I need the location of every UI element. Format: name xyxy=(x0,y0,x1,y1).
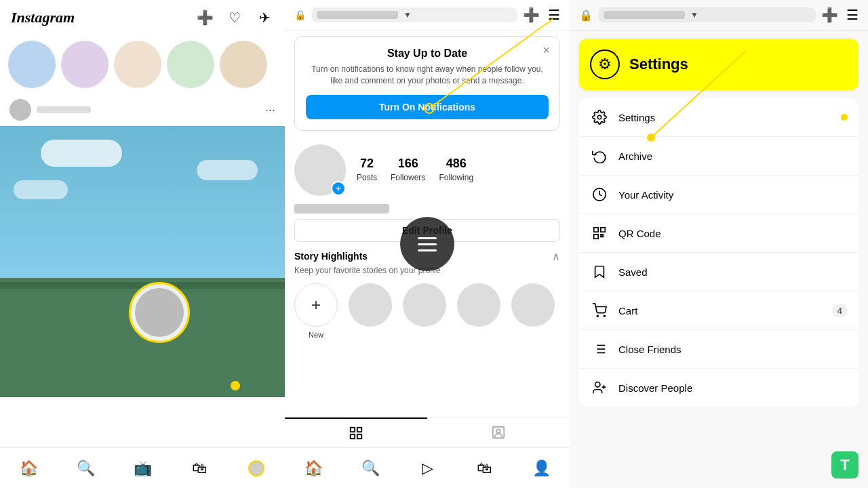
cart-icon xyxy=(590,301,609,320)
menu-item-qr-left: QR Code xyxy=(590,224,661,243)
tab-tagged[interactable] xyxy=(427,418,570,447)
svg-point-14 xyxy=(604,315,605,317)
discover-icon xyxy=(590,378,609,397)
svg-rect-2 xyxy=(351,434,355,439)
left-panel: Instagram ➕ ♡ ✈ ··· xyxy=(0,0,285,488)
mid-add-icon[interactable]: ➕ xyxy=(523,7,540,23)
mid-profile-icon[interactable]: 👤 xyxy=(532,460,550,477)
right-top-icons: ➕ ☰ xyxy=(821,7,859,23)
menu-item-qr[interactable]: QR Code xyxy=(579,214,859,253)
right-add-icon[interactable]: ➕ xyxy=(821,7,838,23)
svg-rect-3 xyxy=(357,434,361,439)
post-more-icon[interactable]: ··· xyxy=(265,103,275,117)
shop-nav-icon[interactable]: 🛍 xyxy=(191,460,208,477)
new-highlight-label: New xyxy=(309,331,323,339)
add-post-icon[interactable]: ➕ xyxy=(195,8,214,27)
menu-item-saved[interactable]: Saved xyxy=(579,253,859,291)
mid-shop-icon[interactable]: 🛍 xyxy=(475,460,493,477)
stories-row xyxy=(0,35,285,94)
menu-item-archive[interactable]: Archive xyxy=(579,137,859,176)
settings-menu-icon xyxy=(590,108,609,127)
messenger-icon[interactable]: ✈ xyxy=(255,8,274,27)
profile-nav-icon[interactable] xyxy=(248,460,265,477)
mid-dropdown-icon[interactable]: ▼ xyxy=(403,10,412,20)
activity-label: Your Activity xyxy=(618,189,673,201)
followers-stat[interactable]: 166 Followers xyxy=(391,157,425,183)
turn-on-notifications-btn[interactable]: Turn On Notifications xyxy=(306,95,549,119)
middle-panel: 🔒 ▼ ➕ ☰ × Stay Up to Date Turn on notifi… xyxy=(285,0,570,488)
highlight-circle-3 xyxy=(457,283,500,327)
reels-nav-icon[interactable]: 📺 xyxy=(134,460,151,477)
settings-menu-list: Settings Archive xyxy=(579,98,859,407)
highlight-2[interactable] xyxy=(403,283,446,339)
feed-avatar-inner xyxy=(135,288,184,337)
menu-item-cart[interactable]: Cart 4 xyxy=(579,291,859,330)
close-friends-label: Close Friends xyxy=(618,344,682,355)
notif-close-btn[interactable]: × xyxy=(542,43,550,58)
notif-title: Stay Up to Date xyxy=(306,47,549,60)
story-item[interactable] xyxy=(61,41,108,88)
profile-stats: 72 Posts 166 Followers 486 Following xyxy=(357,157,473,183)
home-nav-icon[interactable]: 🏠 xyxy=(20,460,37,477)
story-item[interactable] xyxy=(167,41,214,88)
heart-icon[interactable]: ♡ xyxy=(225,8,244,27)
following-count: 486 xyxy=(439,157,473,171)
story-item[interactable] xyxy=(8,41,56,88)
posts-stat: 72 Posts xyxy=(357,157,377,183)
cart-label: Cart xyxy=(618,305,637,317)
menu-item-close-friends[interactable]: Close Friends xyxy=(579,330,859,369)
archive-label: Archive xyxy=(618,150,652,162)
new-highlight-btn[interactable]: + xyxy=(294,283,338,327)
posts-count: 72 xyxy=(357,157,377,171)
highlight-1[interactable] xyxy=(349,283,392,339)
story-item[interactable] xyxy=(220,41,267,88)
post-avatar xyxy=(9,99,31,121)
tab-grid[interactable] xyxy=(285,418,427,447)
svg-rect-1 xyxy=(357,428,361,432)
saved-label: Saved xyxy=(618,266,648,278)
menu-item-discover-left: Discover People xyxy=(590,378,692,397)
cart-badge: 4 xyxy=(832,304,848,317)
right-menu-icon[interactable]: ☰ xyxy=(846,7,859,23)
mid-home-icon[interactable]: 🏠 xyxy=(304,460,322,477)
left-bottom-nav: 🏠 🔍 📺 🛍 xyxy=(0,447,285,488)
right-top-bar: 🔒 ▼ ➕ ☰ xyxy=(570,0,868,30)
right-panel: 🔒 ▼ ➕ ☰ ⚙ Settings Settings xyxy=(570,0,868,488)
highlight-new[interactable]: + New xyxy=(294,283,338,339)
mid-top-icons: ➕ ☰ xyxy=(523,7,560,23)
menu-item-discover[interactable]: Discover People xyxy=(579,369,859,407)
menu-item-activity[interactable]: Your Activity xyxy=(579,176,859,214)
highlights-collapse-icon[interactable]: ∧ xyxy=(552,250,560,263)
story-item[interactable] xyxy=(114,41,161,88)
mid-bottom-nav: 🏠 🔍 ▷ 🛍 👤 xyxy=(285,447,570,488)
profile-tabs xyxy=(285,417,570,447)
right-dropdown-icon[interactable]: ▼ xyxy=(690,10,698,20)
following-stat[interactable]: 486 Following xyxy=(439,157,473,183)
search-nav-icon[interactable]: 🔍 xyxy=(77,460,94,477)
mid-menu-icon[interactable]: ☰ xyxy=(548,7,560,23)
svg-rect-10 xyxy=(594,228,598,232)
add-story-btn[interactable]: + xyxy=(331,181,346,196)
close-friends-icon xyxy=(590,340,609,359)
highlight-3[interactable] xyxy=(457,283,500,339)
menu-item-archive-left: Archive xyxy=(590,146,652,165)
profile-section: + 72 Posts 166 Followers 486 Following xyxy=(285,136,570,204)
svg-point-8 xyxy=(597,115,601,119)
menu-item-settings[interactable]: Settings xyxy=(579,98,859,137)
activity-icon xyxy=(590,185,609,204)
profile-avatar[interactable]: + xyxy=(294,144,346,196)
hamburger-menu-overlay[interactable] xyxy=(400,217,454,271)
svg-point-21 xyxy=(595,382,600,387)
menu-item-activity-left: Your Activity xyxy=(590,185,673,204)
archive-icon xyxy=(590,146,609,165)
highlight-circle-1 xyxy=(349,283,392,327)
hamburger-line-3 xyxy=(418,249,437,251)
cloud-2 xyxy=(197,160,258,180)
mid-reels-icon[interactable]: ▷ xyxy=(418,460,436,477)
following-label: Following xyxy=(439,173,473,182)
mid-search-icon[interactable]: 🔍 xyxy=(361,460,379,477)
highlight-4[interactable] xyxy=(511,283,555,339)
notification-popup: × Stay Up to Date Turn on notifications … xyxy=(294,36,560,131)
right-username-blur xyxy=(604,11,685,19)
settings-gear-icon: ⚙ xyxy=(590,49,620,79)
